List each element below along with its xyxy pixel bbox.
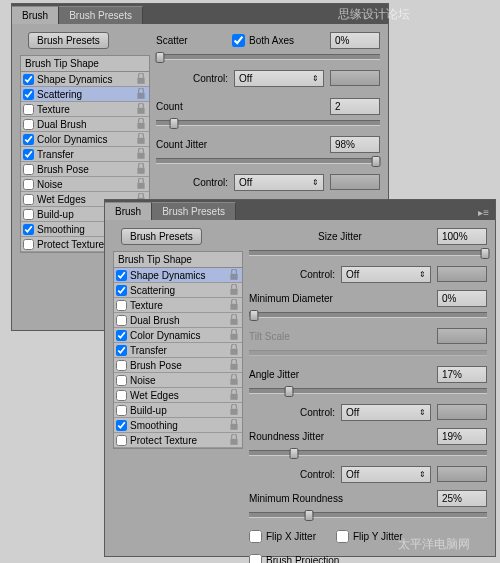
opt-wet-edges[interactable]: Wet Edges bbox=[114, 388, 242, 403]
options-sidebar: Brush Presets Brush Tip Shape Shape Dyna… bbox=[113, 226, 243, 563]
roundness-control-select[interactable]: Off⇕ bbox=[341, 466, 431, 483]
svg-rect-18 bbox=[230, 364, 237, 370]
size-jitter-value[interactable]: 100% bbox=[437, 228, 487, 245]
brush-tip-shape[interactable]: Brush Tip Shape bbox=[20, 55, 150, 72]
control-swatch bbox=[437, 466, 487, 482]
angle-jitter-slider[interactable] bbox=[249, 388, 487, 394]
angle-control-select[interactable]: Off⇕ bbox=[341, 404, 431, 421]
opt-texture[interactable]: Texture bbox=[21, 102, 149, 117]
roundness-jitter-slider[interactable] bbox=[249, 450, 487, 456]
control-swatch bbox=[437, 404, 487, 420]
min-diameter-slider[interactable] bbox=[249, 312, 487, 318]
count-value[interactable]: 2 bbox=[330, 98, 380, 115]
tab-brush-presets[interactable]: Brush Presets bbox=[152, 202, 236, 220]
opt-scattering[interactable]: Scattering bbox=[21, 87, 149, 102]
tab-brush-presets[interactable]: Brush Presets bbox=[59, 6, 143, 24]
min-diameter-value[interactable]: 0% bbox=[437, 290, 487, 307]
lock-icon bbox=[135, 148, 147, 160]
lock-icon bbox=[228, 389, 240, 401]
svg-rect-23 bbox=[230, 439, 237, 445]
brush-projection-checkbox[interactable]: Brush Projection bbox=[249, 554, 339, 564]
opt-transfer[interactable]: Transfer bbox=[21, 147, 149, 162]
chevron-updown-icon: ⇕ bbox=[312, 178, 319, 187]
tab-brush[interactable]: Brush bbox=[105, 202, 152, 220]
scatter-label: Scatter bbox=[156, 35, 226, 46]
angle-jitter-value[interactable]: 17% bbox=[437, 366, 487, 383]
lock-icon bbox=[135, 88, 147, 100]
svg-rect-17 bbox=[230, 349, 237, 355]
opt-build-up[interactable]: Build-up bbox=[114, 403, 242, 418]
opt-noise[interactable]: Noise bbox=[114, 373, 242, 388]
svg-rect-3 bbox=[137, 123, 144, 129]
svg-rect-2 bbox=[137, 108, 144, 114]
control-label: Control: bbox=[193, 73, 228, 84]
brush-options-list: Shape Dynamics Scattering Texture Dual B… bbox=[113, 268, 243, 449]
control-label: Control: bbox=[300, 469, 335, 480]
tilt-scale-label: Tilt Scale bbox=[249, 331, 290, 342]
tab-bar: Brush Brush Presets bbox=[12, 4, 388, 24]
opt-brush-pose[interactable]: Brush Pose bbox=[114, 358, 242, 373]
size-control-select[interactable]: Off⇕ bbox=[341, 266, 431, 283]
tab-brush[interactable]: Brush bbox=[12, 6, 59, 24]
flip-x-jitter-checkbox[interactable]: Flip X Jitter bbox=[249, 530, 316, 543]
control-label: Control: bbox=[300, 269, 335, 280]
chevron-updown-icon: ⇕ bbox=[419, 408, 426, 417]
angle-jitter-label: Angle Jitter bbox=[249, 369, 299, 380]
lock-icon bbox=[228, 344, 240, 356]
opt-noise[interactable]: Noise bbox=[21, 177, 149, 192]
both-axes-checkbox[interactable]: Both Axes bbox=[232, 34, 294, 47]
scatter-slider[interactable] bbox=[156, 54, 380, 60]
tilt-scale-slider bbox=[249, 350, 487, 356]
scatter-value[interactable]: 0% bbox=[330, 32, 380, 49]
count-jitter-slider[interactable] bbox=[156, 158, 380, 164]
lock-icon bbox=[135, 178, 147, 190]
opt-smoothing[interactable]: Smoothing bbox=[114, 418, 242, 433]
opt-dual-brush[interactable]: Dual Brush bbox=[21, 117, 149, 132]
brush-presets-button[interactable]: Brush Presets bbox=[121, 228, 202, 245]
min-roundness-value[interactable]: 25% bbox=[437, 490, 487, 507]
panel-menu-icon[interactable]: ▸≡ bbox=[472, 205, 495, 220]
svg-rect-0 bbox=[137, 78, 144, 84]
svg-rect-4 bbox=[137, 138, 144, 144]
svg-rect-14 bbox=[230, 304, 237, 310]
scatter-control-select[interactable]: Off⇕ bbox=[234, 70, 324, 87]
count-jitter-label: Count Jitter bbox=[156, 139, 226, 150]
opt-transfer[interactable]: Transfer bbox=[114, 343, 242, 358]
opt-shape-dynamics[interactable]: Shape Dynamics bbox=[21, 72, 149, 87]
chevron-updown-icon: ⇕ bbox=[312, 74, 319, 83]
opt-scattering[interactable]: Scattering bbox=[114, 283, 242, 298]
shape-dynamics-settings: Size Jitter 100% Control: Off⇕ Minimum D… bbox=[249, 226, 487, 563]
opt-brush-pose[interactable]: Brush Pose bbox=[21, 162, 149, 177]
opt-shape-dynamics[interactable]: Shape Dynamics bbox=[114, 268, 242, 283]
control-label: Control: bbox=[300, 407, 335, 418]
svg-rect-16 bbox=[230, 334, 237, 340]
count-jitter-control-select[interactable]: Off⇕ bbox=[234, 174, 324, 191]
lock-icon bbox=[228, 374, 240, 386]
size-jitter-slider[interactable] bbox=[249, 250, 487, 256]
opt-texture[interactable]: Texture bbox=[114, 298, 242, 313]
opt-color-dynamics[interactable]: Color Dynamics bbox=[21, 132, 149, 147]
count-jitter-value[interactable]: 98% bbox=[330, 136, 380, 153]
lock-icon bbox=[228, 284, 240, 296]
lock-icon bbox=[228, 359, 240, 371]
min-roundness-slider[interactable] bbox=[249, 512, 487, 518]
svg-rect-7 bbox=[137, 183, 144, 189]
count-slider[interactable] bbox=[156, 120, 380, 126]
opt-color-dynamics[interactable]: Color Dynamics bbox=[114, 328, 242, 343]
size-jitter-label: Size Jitter bbox=[318, 231, 362, 242]
flip-y-jitter-checkbox[interactable]: Flip Y Jitter bbox=[336, 530, 403, 543]
lock-icon bbox=[228, 419, 240, 431]
roundness-jitter-label: Roundness Jitter bbox=[249, 431, 324, 442]
svg-rect-21 bbox=[230, 409, 237, 415]
lock-icon bbox=[135, 103, 147, 115]
svg-rect-19 bbox=[230, 379, 237, 385]
lock-icon bbox=[135, 73, 147, 85]
svg-rect-15 bbox=[230, 319, 237, 325]
svg-rect-5 bbox=[137, 153, 144, 159]
lock-icon bbox=[228, 329, 240, 341]
brush-presets-button[interactable]: Brush Presets bbox=[28, 32, 109, 49]
opt-protect-texture[interactable]: Protect Texture bbox=[114, 433, 242, 448]
opt-dual-brush[interactable]: Dual Brush bbox=[114, 313, 242, 328]
brush-tip-shape[interactable]: Brush Tip Shape bbox=[113, 251, 243, 268]
roundness-jitter-value[interactable]: 19% bbox=[437, 428, 487, 445]
